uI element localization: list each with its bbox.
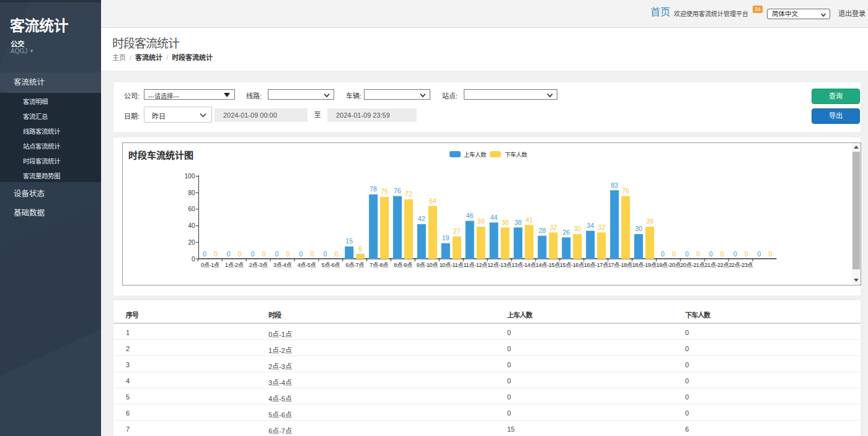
svg-text:76: 76 (394, 187, 401, 194)
svg-text:20点-21点: 20点-21点 (680, 262, 704, 268)
svg-text:20: 20 (188, 239, 195, 246)
svg-text:10点-11点: 10点-11点 (440, 262, 464, 268)
svg-text:80: 80 (188, 190, 195, 196)
svg-text:2点-3点: 2点-3点 (249, 262, 268, 268)
svg-text:15点-16点: 15点-16点 (560, 262, 584, 268)
svg-text:6: 6 (358, 245, 362, 252)
svg-text:60: 60 (188, 206, 195, 212)
svg-text:46: 46 (466, 212, 474, 219)
svg-text:78: 78 (370, 185, 377, 193)
svg-text:0: 0 (192, 256, 195, 263)
svg-text:0: 0 (299, 250, 303, 258)
svg-text:0点-1点: 0点-1点 (201, 262, 219, 268)
svg-text:27: 27 (453, 227, 461, 235)
svg-text:9点-10点: 9点-10点 (417, 262, 438, 268)
svg-text:0: 0 (238, 250, 242, 258)
svg-text:0: 0 (275, 250, 279, 258)
svg-text:0: 0 (769, 250, 773, 258)
svg-text:18点-19点: 18点-19点 (632, 262, 657, 268)
svg-text:0: 0 (745, 250, 748, 258)
svg-text:19: 19 (442, 234, 450, 242)
svg-text:64: 64 (429, 197, 436, 204)
svg-text:0: 0 (310, 250, 314, 258)
svg-text:5点-6点: 5点-6点 (322, 262, 340, 268)
svg-text:26: 26 (562, 229, 570, 236)
svg-text:0: 0 (758, 250, 761, 258)
svg-text:14点-15点: 14点-15点 (536, 262, 560, 268)
svg-text:17点-18点: 17点-18点 (608, 262, 632, 268)
svg-text:76: 76 (622, 187, 629, 194)
svg-text:22点-23点: 22点-23点 (728, 262, 753, 268)
svg-text:0: 0 (334, 250, 338, 258)
svg-text:15: 15 (345, 237, 353, 245)
svg-text:7点-8点: 7点-8点 (370, 262, 388, 268)
svg-text:39: 39 (646, 217, 653, 225)
svg-text:39: 39 (477, 217, 485, 225)
svg-text:0: 0 (709, 250, 713, 258)
svg-text:32: 32 (550, 224, 557, 231)
svg-text:34: 34 (587, 222, 594, 229)
svg-text:4点-5点: 4点-5点 (298, 262, 316, 268)
svg-text:72: 72 (405, 190, 412, 198)
svg-text:0: 0 (685, 250, 689, 258)
svg-text:0: 0 (696, 250, 700, 258)
svg-text:0: 0 (227, 250, 231, 258)
svg-text:28: 28 (539, 227, 546, 234)
svg-text:38: 38 (502, 219, 509, 226)
svg-text:75: 75 (381, 188, 388, 195)
svg-text:0: 0 (661, 250, 665, 258)
svg-text:0: 0 (720, 250, 724, 258)
svg-text:21点-22点: 21点-22点 (704, 262, 728, 268)
svg-text:0: 0 (286, 250, 290, 258)
svg-text:16点-17点: 16点-17点 (584, 262, 608, 268)
svg-text:13点-14点: 13点-14点 (512, 262, 536, 268)
svg-text:38: 38 (515, 219, 522, 226)
svg-text:32: 32 (598, 224, 605, 231)
svg-text:44: 44 (490, 214, 498, 221)
svg-text:30: 30 (574, 225, 581, 232)
svg-text:1点-2点: 1点-2点 (225, 262, 244, 268)
svg-text:83: 83 (611, 181, 618, 189)
svg-text:19点-20点: 19点-20点 (656, 262, 680, 268)
svg-text:0: 0 (323, 250, 327, 258)
svg-text:0: 0 (672, 250, 676, 258)
svg-text:6点-7点: 6点-7点 (345, 262, 364, 268)
svg-text:30: 30 (635, 225, 642, 232)
svg-text:0: 0 (262, 250, 266, 258)
svg-text:41: 41 (526, 216, 533, 224)
svg-text:11点-12点: 11点-12点 (464, 262, 488, 268)
svg-text:40: 40 (188, 222, 195, 229)
svg-text:42: 42 (418, 215, 425, 222)
svg-text:0: 0 (203, 250, 206, 258)
svg-text:8点-9点: 8点-9点 (394, 262, 412, 268)
svg-text:100: 100 (185, 173, 195, 180)
svg-text:0: 0 (214, 250, 218, 258)
svg-text:12点-13点: 12点-13点 (487, 262, 512, 268)
svg-text:0: 0 (733, 250, 737, 258)
svg-text:0: 0 (251, 250, 255, 258)
svg-text:3点-4点: 3点-4点 (273, 262, 292, 268)
